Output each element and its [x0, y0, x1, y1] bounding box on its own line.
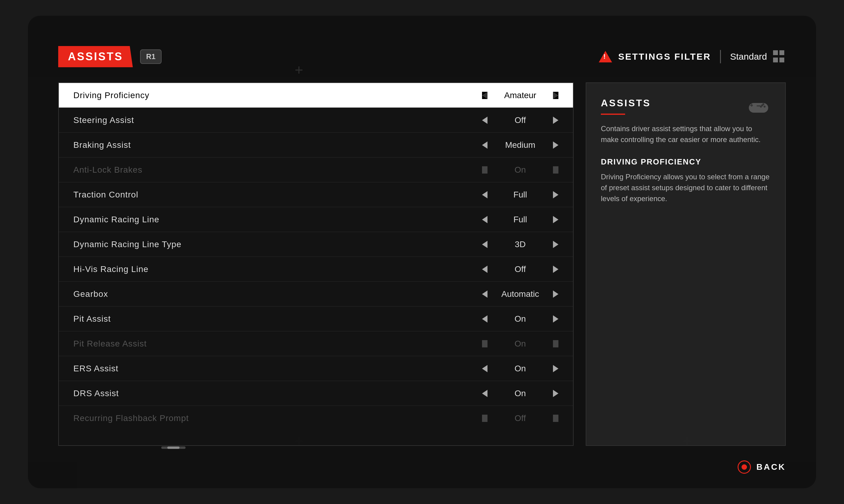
table-row[interactable]: Braking Assist Medium: [59, 133, 573, 158]
arrow-left-icon: [482, 191, 487, 198]
settings-filter-value: Standard: [730, 52, 767, 62]
table-row: Recurring Flashback Prompt Off: [59, 406, 573, 431]
back-button-icon: [738, 461, 751, 474]
arrow-right-icon: [553, 266, 558, 273]
row-value: Off: [493, 115, 548, 125]
table-row: Anti-Lock Brakes On: [59, 158, 573, 182]
scroll-indicator: [161, 447, 186, 449]
info-sub-desc: Driving Proficiency allows you to select…: [601, 172, 771, 204]
row-value: Medium: [493, 140, 548, 150]
table-row[interactable]: Gearbox Automatic: [59, 282, 573, 307]
row-value: Full: [493, 190, 548, 200]
arrow-left-icon: [482, 340, 487, 347]
row-controls: Amateur: [482, 91, 558, 100]
r1-button: R1: [140, 49, 161, 64]
row-value: Full: [493, 215, 548, 224]
screen: + + + ASSISTS R1 SETTINGS FILTER Standar…: [28, 16, 816, 488]
arrow-right-icon: [553, 315, 558, 323]
row-label: ERS Assist: [73, 364, 118, 374]
row-label: DRS Assist: [73, 389, 119, 398]
row-controls: On: [482, 165, 558, 175]
table-row[interactable]: Dynamic Racing Line Full: [59, 207, 573, 232]
arrow-left-icon: [482, 216, 487, 223]
info-sub-title: DRIVING PROFICIENCY: [601, 157, 771, 167]
table-row[interactable]: Pit Assist On: [59, 307, 573, 331]
arrow-left-icon: [482, 315, 487, 323]
header: ASSISTS R1 SETTINGS FILTER Standard: [58, 46, 786, 67]
row-controls: On: [482, 339, 558, 348]
row-controls: 3D: [482, 239, 558, 249]
row-value: On: [493, 364, 548, 374]
row-label: Pit Assist: [73, 314, 111, 324]
row-value: On: [493, 389, 548, 398]
svg-rect-2: [751, 104, 752, 107]
back-circle-inner: [742, 464, 747, 470]
settings-divider: [720, 50, 721, 63]
row-label: Gearbox: [73, 289, 108, 299]
info-header: ASSISTS Contains driver assist settings …: [601, 97, 771, 157]
title-container: ASSISTS R1: [58, 46, 161, 67]
arrow-left-icon: [482, 241, 487, 248]
row-value: On: [493, 339, 548, 348]
row-label: Traction Control: [73, 190, 138, 200]
row-controls: On: [482, 314, 558, 324]
arrow-left-icon: [482, 116, 487, 124]
svg-point-4: [764, 106, 765, 108]
arrow-left-icon: [482, 290, 487, 298]
info-panel-desc: Contains driver assist settings that all…: [601, 123, 771, 145]
row-value: On: [493, 165, 548, 175]
back-button-label[interactable]: BACK: [756, 462, 786, 472]
controller-icon: [746, 97, 771, 120]
row-controls: Off: [482, 265, 558, 274]
row-controls: On: [482, 389, 558, 398]
scroll-indicator-inner: [167, 447, 179, 449]
row-controls: On: [482, 364, 558, 374]
arrow-left-icon: [482, 166, 487, 174]
arrow-right-icon: [553, 365, 558, 372]
row-controls: Full: [482, 190, 558, 200]
table-row[interactable]: DRS Assist On: [59, 381, 573, 406]
row-label: Hi-Vis Racing Line: [73, 265, 149, 274]
table-row[interactable]: Steering Assist Off: [59, 108, 573, 133]
arrow-left-icon: [482, 415, 487, 422]
row-value: On: [493, 314, 548, 324]
row-label: Anti-Lock Brakes: [73, 165, 142, 175]
row-controls: Automatic: [482, 289, 558, 299]
arrow-right-icon: [553, 216, 558, 223]
table-row[interactable]: ERS Assist On: [59, 356, 573, 381]
settings-filter-icon: [599, 51, 612, 62]
settings-filter-area[interactable]: SETTINGS FILTER Standard: [599, 50, 786, 63]
footer: BACK: [738, 461, 786, 474]
info-panel-underline: [601, 113, 625, 115]
arrow-right-icon: [553, 340, 558, 347]
svg-point-5: [762, 103, 764, 105]
arrow-left-icon: [482, 266, 487, 273]
row-label: Steering Assist: [73, 115, 134, 125]
arrow-right-icon: [553, 191, 558, 198]
row-controls: Medium: [482, 140, 558, 150]
row-controls: Off: [482, 115, 558, 125]
row-controls: Full: [482, 215, 558, 224]
arrow-right-icon: [553, 116, 558, 124]
table-row: Pit Release Assist On: [59, 331, 573, 356]
table-row[interactable]: Hi-Vis Racing Line Off: [59, 257, 573, 282]
table-row[interactable]: Traction Control Full: [59, 182, 573, 207]
row-label: Dynamic Racing Line: [73, 215, 159, 224]
row-value: Off: [493, 265, 548, 274]
table-row[interactable]: Driving Proficiency Amateur: [59, 83, 573, 108]
row-label: Braking Assist: [73, 140, 131, 150]
info-panel: ASSISTS Contains driver assist settings …: [586, 83, 786, 446]
settings-filter-label: SETTINGS FILTER: [618, 52, 711, 62]
settings-panel: Driving Proficiency Amateur Steering Ass…: [58, 83, 573, 446]
main-content: Driving Proficiency Amateur Steering Ass…: [58, 83, 786, 446]
row-label: Driving Proficiency: [73, 91, 150, 100]
info-panel-title: ASSISTS: [601, 97, 771, 109]
row-controls: Off: [482, 413, 558, 423]
arrow-left-icon: [482, 365, 487, 372]
arrow-left-icon: [482, 92, 487, 99]
table-row[interactable]: Dynamic Racing Line Type 3D: [59, 232, 573, 257]
row-value: 3D: [493, 239, 548, 249]
row-label: Dynamic Racing Line Type: [73, 239, 182, 249]
arrow-right-icon: [553, 390, 558, 397]
grid-icon: [773, 50, 786, 63]
